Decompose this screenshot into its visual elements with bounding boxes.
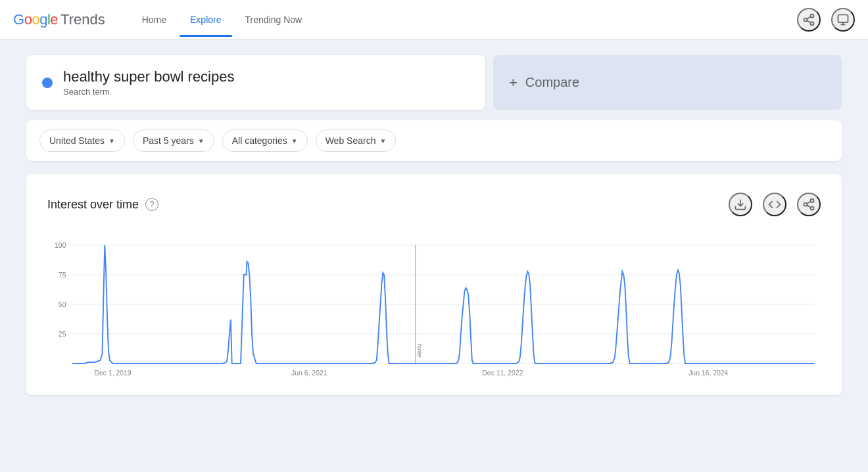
- main-nav: Home Explore Trending Now: [132, 9, 312, 30]
- nav-home[interactable]: Home: [132, 9, 177, 30]
- search-term: healthy super bowl recipes: [63, 68, 234, 85]
- country-filter[interactable]: United States ▼: [39, 130, 125, 152]
- country-filter-label: United States: [49, 135, 105, 146]
- filter-row: United States ▼ Past 5 years ▼ All categ…: [26, 120, 842, 161]
- svg-point-1: [804, 18, 808, 21]
- category-dropdown-arrow: ▼: [291, 137, 298, 145]
- search-type-filter[interactable]: Web Search ▼: [316, 130, 397, 152]
- chart-title-row: Interest over time ?: [47, 198, 158, 212]
- x-label-2021: Jun 6, 2021: [291, 369, 327, 377]
- svg-point-0: [811, 14, 814, 17]
- svg-line-12: [807, 205, 811, 207]
- svg-point-9: [811, 199, 814, 202]
- feedback-button[interactable]: [831, 8, 855, 32]
- time-filter[interactable]: Past 5 years ▼: [133, 130, 214, 152]
- svg-rect-5: [838, 14, 848, 22]
- search-card: healthy super bowl recipes Search term: [26, 55, 485, 110]
- compare-card[interactable]: + Compare: [493, 55, 842, 110]
- x-label-2019: Dec 1, 2019: [94, 369, 131, 377]
- x-label-2022: Dec 11, 2022: [482, 369, 523, 377]
- help-icon[interactable]: ?: [145, 198, 158, 211]
- compare-plus-icon: +: [509, 76, 518, 90]
- nav-explore[interactable]: Explore: [180, 9, 231, 30]
- svg-line-4: [807, 16, 811, 18]
- search-dot: [42, 78, 53, 88]
- share-button[interactable]: [797, 8, 821, 32]
- chart-card: Interest over time ?: [26, 174, 842, 395]
- feedback-icon: [836, 13, 850, 26]
- chart-share-icon: [802, 198, 815, 211]
- download-icon: [734, 198, 747, 211]
- svg-point-10: [804, 203, 808, 206]
- help-question-mark: ?: [150, 200, 155, 209]
- main-content: healthy super bowl recipes Search term +…: [0, 39, 868, 411]
- y-label-100: 100: [55, 241, 66, 249]
- chart-actions: [729, 193, 821, 216]
- y-label-50: 50: [59, 300, 66, 308]
- header-actions: [797, 8, 855, 32]
- y-label-25: 25: [59, 330, 66, 338]
- logo: Google Trends: [13, 11, 105, 28]
- nav-trending[interactable]: Trending Now: [235, 9, 313, 30]
- embed-icon: [768, 198, 781, 211]
- logo-trends-text: Trends: [60, 11, 105, 28]
- svg-point-11: [811, 206, 814, 210]
- chart-share-button[interactable]: [797, 193, 821, 216]
- category-filter-label: All categories: [232, 135, 287, 146]
- compare-label: Compare: [525, 75, 579, 90]
- chart-area: 100 75 50 25 Note Dec 1, 2019 Jun 6, 202…: [47, 232, 821, 377]
- time-dropdown-arrow: ▼: [198, 137, 205, 145]
- searchtype-dropdown-arrow: ▼: [379, 137, 386, 145]
- share-icon: [802, 13, 815, 26]
- search-compare-row: healthy super bowl recipes Search term +…: [26, 55, 842, 110]
- search-sublabel: Search term: [63, 87, 234, 97]
- svg-line-3: [807, 20, 811, 22]
- interest-chart: 100 75 50 25 Note Dec 1, 2019 Jun 6, 202…: [47, 232, 821, 377]
- time-filter-label: Past 5 years: [143, 135, 194, 146]
- country-dropdown-arrow: ▼: [108, 137, 115, 145]
- search-text-block: healthy super bowl recipes Search term: [63, 68, 234, 97]
- chart-title: Interest over time: [47, 198, 139, 212]
- svg-point-2: [811, 22, 814, 25]
- download-button[interactable]: [729, 193, 752, 216]
- chart-header: Interest over time ?: [47, 193, 821, 216]
- y-label-75: 75: [59, 271, 66, 279]
- embed-button[interactable]: [763, 193, 786, 216]
- search-type-filter-label: Web Search: [326, 135, 376, 146]
- logo-google-text: Google: [13, 11, 58, 28]
- header: Google Trends Home Explore Trending Now: [0, 0, 868, 39]
- category-filter[interactable]: All categories ▼: [222, 130, 308, 152]
- x-label-2024: Jun 16, 2024: [688, 369, 728, 377]
- svg-line-13: [807, 201, 811, 203]
- note-text: Note: [416, 344, 423, 358]
